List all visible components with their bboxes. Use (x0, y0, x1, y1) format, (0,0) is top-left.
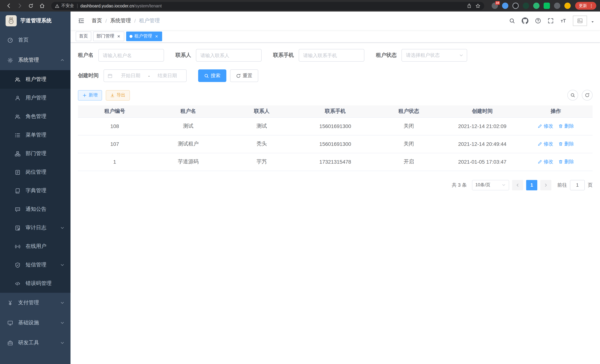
rabbit-logo-icon (6, 15, 17, 26)
tab-home[interactable]: 首页 (76, 31, 91, 41)
fullscreen-icon[interactable] (548, 18, 554, 24)
extension-icon[interactable] (544, 3, 550, 9)
sidebar-item-audit-log[interactable]: 审计日志 (0, 219, 71, 237)
reset-button[interactable]: 重置 (230, 69, 258, 82)
sidebar-item-online-users[interactable]: 在线用户 (0, 237, 71, 256)
sidebar-item-label: 首页 (18, 37, 65, 43)
sidebar-item-label: 租户管理 (26, 76, 65, 83)
extension-icon[interactable] (533, 3, 540, 9)
browser-forward-button[interactable] (15, 1, 25, 10)
sidebar-item-sms-management[interactable]: 短信管理 (0, 256, 71, 274)
pencil-icon (538, 124, 542, 128)
close-icon[interactable] (154, 34, 159, 38)
breadcrumb-separator: / (134, 18, 136, 24)
badge-icon (15, 169, 20, 175)
prev-page-button[interactable] (512, 180, 523, 190)
extension-icon[interactable] (564, 3, 571, 9)
extension-icon[interactable] (502, 3, 508, 9)
screen: 不安全 dashboard.yudao.iocoder.cn/system/te… (0, 0, 600, 364)
avatar[interactable] (573, 16, 587, 26)
delete-button[interactable]: 删除 (558, 141, 574, 147)
tenant-name-input[interactable] (98, 49, 164, 62)
font-size-icon[interactable] (560, 18, 566, 24)
cell-status: 关闭 (372, 135, 445, 153)
sidebar-toggle-button[interactable] (76, 18, 86, 24)
edit-button[interactable]: 修改 (538, 141, 553, 147)
browser-update-button[interactable]: 更新 (575, 2, 596, 10)
extension-icon[interactable] (523, 3, 529, 9)
security-label: 不安全 (61, 3, 74, 9)
next-page-button[interactable] (540, 180, 551, 190)
cell-tenant-name: 测试 (151, 117, 225, 135)
page-size-select[interactable]: 10条/页 (472, 180, 509, 190)
sidebar-item-tenant-management[interactable]: 租户管理 (0, 70, 71, 89)
online-users-icon (15, 243, 20, 249)
phone-label: 联系手机 (273, 52, 294, 59)
filter-status: 租户状态 请选择租户状态 (376, 49, 467, 62)
sidebar-item-announcement[interactable]: 通知公告 (0, 200, 71, 219)
search-icon[interactable] (509, 18, 515, 24)
sidebar-item-system-management[interactable]: 系统管理 (0, 50, 71, 70)
search-button[interactable]: 搜索 (198, 69, 226, 82)
tab-tenant-management[interactable]: 租户管理 (126, 31, 162, 41)
tenant-status-select[interactable]: 请选择租户状态 (402, 49, 467, 62)
chevron-down-icon[interactable] (591, 20, 594, 24)
sidebar-item-label: 菜单管理 (26, 132, 65, 138)
cell-tenant-id: 107 (78, 135, 151, 153)
export-button[interactable]: 导出 (106, 90, 130, 100)
tab-department-management[interactable]: 部门管理 (93, 31, 124, 41)
close-icon[interactable] (116, 34, 121, 38)
sidebar-item-payment-management[interactable]: 支付管理 (0, 293, 71, 313)
browser-reload-button[interactable] (26, 1, 36, 10)
edit-label: 修改 (544, 141, 553, 147)
sidebar-item-dev-tools[interactable]: 研发工具 (0, 333, 71, 353)
breadcrumb-system-management[interactable]: 系统管理 (110, 18, 131, 24)
extension-icon[interactable] (554, 3, 560, 9)
sidebar-item-home[interactable]: 首页 (0, 30, 71, 50)
search-button-label: 搜索 (211, 72, 220, 79)
browser-chrome: 不安全 dashboard.yudao.iocoder.cn/system/te… (0, 0, 600, 11)
github-icon[interactable] (522, 18, 528, 24)
sidebar-item-user-management[interactable]: 用户管理 (0, 89, 71, 107)
kebab-menu-icon[interactable] (589, 3, 594, 8)
goto-page-input[interactable] (570, 180, 585, 190)
extension-icon[interactable]: 10 (492, 3, 498, 9)
add-button[interactable]: 新增 (78, 90, 102, 100)
filter-row-2: 创建时间 开始日期 - 结束日期 搜索 重置 (78, 69, 593, 82)
toggle-search-button[interactable] (567, 90, 578, 101)
filter-tenant-name: 租户名 (78, 49, 164, 62)
help-icon[interactable] (535, 18, 541, 24)
delete-button[interactable]: 删除 (558, 159, 574, 165)
sidebar-item-dictionary-management[interactable]: 字典管理 (0, 181, 71, 200)
bookmark-star-icon[interactable] (475, 3, 480, 8)
page-number-button[interactable]: 1 (526, 180, 537, 190)
contact-input[interactable] (196, 49, 262, 62)
edit-button[interactable]: 修改 (538, 159, 553, 165)
sidebar-item-error-code-management[interactable]: 错误码管理 (0, 274, 71, 293)
delete-button[interactable]: 删除 (558, 123, 574, 130)
sidebar-item-label: 用户管理 (26, 95, 65, 101)
column-header-actions: 操作 (519, 105, 593, 117)
edit-button[interactable]: 修改 (538, 123, 553, 130)
tenant-table: 租户编号 租户名 联系人 联系手机 租户状态 创建时间 操作 108 测试 (78, 105, 593, 171)
table-toolbar: 新增 导出 (78, 90, 593, 101)
app-logo[interactable]: 芋道管理系统 (0, 11, 71, 30)
sidebar-item-infrastructure[interactable]: 基础设施 (0, 313, 71, 333)
browser-home-button[interactable] (37, 1, 47, 10)
announcement-icon (15, 206, 20, 212)
breadcrumb-home[interactable]: 首页 (92, 18, 102, 24)
sidebar-item-label: 部门管理 (26, 150, 65, 157)
site-security[interactable]: 不安全 (55, 3, 74, 9)
sidebar-item-menu-management[interactable]: 菜单管理 (0, 126, 71, 144)
refresh-table-button[interactable] (582, 90, 593, 101)
share-icon[interactable] (467, 3, 472, 8)
extension-icon[interactable] (512, 3, 519, 9)
browser-back-button[interactable] (4, 1, 13, 10)
sidebar-item-department-management[interactable]: 部门管理 (0, 144, 71, 163)
sidebar-item-position-management[interactable]: 岗位管理 (0, 163, 71, 181)
create-time-range-picker[interactable]: 开始日期 - 结束日期 (103, 69, 187, 82)
filter-phone: 联系手机 (273, 49, 364, 62)
sidebar-item-role-management[interactable]: 角色管理 (0, 107, 71, 126)
phone-input[interactable] (299, 49, 364, 62)
address-bar[interactable]: 不安全 dashboard.yudao.iocoder.cn/system/te… (51, 2, 484, 10)
